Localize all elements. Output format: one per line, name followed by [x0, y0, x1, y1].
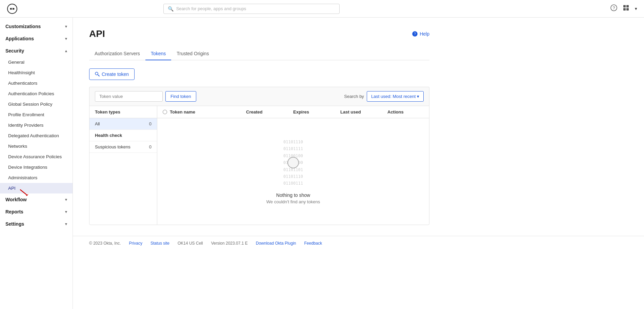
okta-logo-icon — [7, 3, 18, 14]
sidebar-section-reports[interactable]: Reports ▾ — [0, 206, 73, 218]
sidebar-item-global-session-policy[interactable]: Global Session Policy — [0, 99, 73, 109]
logo[interactable] — [7, 3, 18, 14]
sidebar-item-administrators[interactable]: Administrators — [0, 172, 73, 183]
sidebar-section-workflow[interactable]: Workflow ▾ — [0, 193, 73, 206]
sidebar-item-api[interactable]: API — [0, 183, 73, 193]
active-indicator-arrow — [20, 189, 29, 197]
main-layout: Customizations ▾ Applications ▾ Security… — [0, 18, 644, 309]
sidebar-item-device-assurance-policies[interactable]: Device Assurance Policies — [0, 151, 73, 162]
token-type-all-count: 0 — [149, 121, 152, 126]
page-title: API — [89, 28, 105, 39]
tab-tokens[interactable]: Tokens — [145, 47, 171, 60]
footer-version: Version 2023.07.1 E — [211, 241, 248, 246]
col-header-created: Created — [241, 106, 288, 118]
sidebar-item-healthinsight[interactable]: HealthInsight — [0, 67, 73, 78]
tab-trusted-origins[interactable]: Trusted Origins — [171, 47, 214, 60]
sidebar-item-authenticators[interactable]: Authenticators — [0, 78, 73, 88]
sidebar-section-reports-label: Reports — [5, 209, 23, 214]
nav-right: ? ▾ — [610, 4, 637, 13]
sidebar-section-applications[interactable]: Applications ▾ — [0, 33, 73, 45]
search-by-label: Search by — [344, 94, 364, 99]
grid-icon — [623, 4, 629, 11]
help-circle-icon: ? — [412, 31, 418, 37]
sidebar-item-identity-providers[interactable]: Identity Providers — [0, 120, 73, 130]
sidebar-section-security-label: Security — [5, 48, 24, 54]
col-header-expires: Expires — [288, 106, 335, 118]
col-header-last-used: Last used — [335, 106, 382, 118]
help-link[interactable]: ? Help — [412, 31, 429, 37]
svg-rect-5 — [623, 5, 626, 7]
grid-icon-button[interactable] — [623, 4, 629, 13]
empty-state: 01101110 01101111 01100100 01101100 0110… — [157, 118, 429, 225]
search-placeholder-text: Search for people, apps and groups — [176, 6, 246, 11]
token-types-header: Token types — [89, 106, 157, 118]
sidebar-item-delegated-authentication[interactable]: Delegated Authentication — [0, 130, 73, 141]
token-type-all[interactable]: All 0 — [89, 118, 157, 130]
table-headers: Token name Created Expires Last used Act… — [157, 106, 429, 118]
footer-download-plugin-link[interactable]: Download Okta Plugin — [256, 241, 296, 246]
token-type-all-label: All — [95, 121, 100, 126]
footer-copyright: © 2023 Okta, Inc. — [89, 241, 121, 246]
sidebar-section-customizations[interactable]: Customizations ▾ — [0, 20, 73, 33]
chevron-down-icon: ▾ — [65, 198, 67, 202]
sidebar-section-settings[interactable]: Settings ▾ — [0, 218, 73, 230]
svg-point-2 — [13, 8, 15, 9]
chevron-down-icon: ▾ — [65, 37, 67, 41]
question-icon: ? — [610, 4, 617, 11]
help-icon-button[interactable]: ? — [610, 4, 617, 13]
find-token-button[interactable]: Find token — [165, 91, 196, 102]
token-types-column: Token types All 0 Health check Suspiciou… — [89, 106, 157, 225]
sidebar-item-authentication-policies[interactable]: Authentication Policies — [0, 88, 73, 99]
token-search-area: Find token Search by Last used: Most rec… — [89, 87, 429, 106]
col-header-actions: Actions — [382, 106, 429, 118]
top-nav: 🔍 Search for people, apps and groups ? ▾ — [0, 0, 644, 18]
footer: © 2023 Okta, Inc. Privacy Status site OK… — [73, 236, 644, 250]
footer-status-link[interactable]: Status site — [150, 241, 169, 246]
chevron-up-icon: ▴ — [65, 49, 67, 53]
token-results-column: Token name Created Expires Last used Act… — [157, 106, 429, 225]
token-type-suspicious[interactable]: Suspicious tokens 0 — [89, 141, 157, 153]
sidebar-section-workflow-label: Workflow — [5, 197, 27, 202]
sidebar-section-customizations-label: Customizations — [5, 24, 41, 29]
footer-feedback-link[interactable]: Feedback — [304, 241, 322, 246]
tab-authorization-servers[interactable]: Authorization Servers — [89, 47, 145, 60]
svg-point-1 — [10, 8, 12, 9]
suspicious-tokens-label: Suspicious tokens — [95, 144, 130, 149]
chevron-down-icon: ▾ — [65, 222, 67, 226]
sidebar: Customizations ▾ Applications ▾ Security… — [0, 18, 73, 309]
empty-subtitle: We couldn't find any tokens — [266, 199, 320, 204]
dropdown-arrow: ▾ — [635, 6, 637, 11]
svg-rect-6 — [626, 5, 629, 7]
sidebar-section-settings-label: Settings — [5, 221, 24, 227]
sort-button[interactable]: Last used: Most recent ▾ — [367, 91, 424, 102]
create-token-label: Create token — [102, 71, 129, 77]
token-name-radio[interactable] — [163, 110, 167, 114]
col-header-token-name: Token name — [157, 106, 241, 118]
token-value-input[interactable] — [95, 91, 163, 102]
chevron-down-icon: ▾ — [65, 24, 67, 29]
health-check-label: Health check — [95, 133, 122, 138]
sidebar-item-profile-enrollment[interactable]: Profile Enrollment — [0, 109, 73, 120]
user-dropdown[interactable]: ▾ — [635, 6, 637, 11]
tabs: Authorization Servers Tokens Trusted Ori… — [89, 47, 429, 60]
global-search-bar[interactable]: 🔍 Search for people, apps and groups — [163, 4, 340, 14]
sidebar-item-general[interactable]: General — [0, 57, 73, 67]
footer-privacy-link[interactable]: Privacy — [129, 241, 142, 246]
svg-text:?: ? — [613, 6, 615, 11]
svg-text:?: ? — [414, 32, 416, 36]
suspicious-tokens-count: 0 — [149, 144, 152, 149]
chevron-down-icon: ▾ — [65, 210, 67, 214]
sidebar-section-security[interactable]: Security ▴ — [0, 45, 73, 57]
empty-title: Nothing to show — [276, 192, 310, 198]
sidebar-section-applications-label: Applications — [5, 36, 34, 41]
svg-rect-7 — [623, 8, 626, 11]
create-token-button[interactable]: Create token — [89, 68, 135, 80]
token-table: Token types All 0 Health check Suspiciou… — [89, 106, 429, 225]
sidebar-item-device-integrations[interactable]: Device Integrations — [0, 162, 73, 172]
token-type-health-check: Health check — [89, 130, 157, 141]
sidebar-item-networks[interactable]: Networks — [0, 141, 73, 151]
main-content: API ? Help Authorization Servers Tokens … — [73, 18, 644, 309]
page-header: API ? Help — [89, 28, 429, 39]
svg-line-9 — [20, 190, 27, 195]
key-icon — [95, 72, 100, 77]
